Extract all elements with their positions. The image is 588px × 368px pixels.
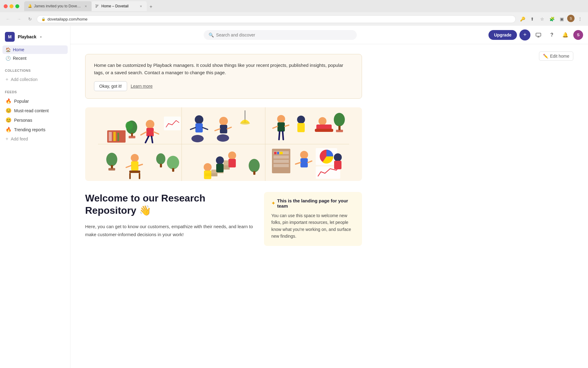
svg-rect-71 [253,171,255,175]
tab-home[interactable]: 🕊 Home – Dovetail ✕ [92,1,147,11]
sidebar-recent-label: Recent [13,56,26,61]
svg-rect-57 [160,164,162,167]
browser-chrome: 🔔 James invited you to Dovetail ✕ 🕊 Home… [0,0,588,26]
sidebar-nav: 🏠 Home 🕐 Recent [0,45,70,63]
feed-item-popular[interactable]: 🔥 Popular [2,96,68,106]
welcome-title: Welcome to our Research Repository 👋 [85,192,254,217]
key-icon[interactable]: 🔑 [518,15,527,23]
tab-home-title: Home – Dovetail [101,4,129,8]
right-panel: 🔍 Upgrade + ? [70,26,588,368]
svg-rect-88 [334,161,341,169]
search-input[interactable] [216,33,352,37]
bell-button[interactable]: 🔔 [560,29,571,40]
tab-home-favicon: 🕊 [95,4,100,8]
trending-label: Trending reports [14,127,45,132]
svg-point-20 [195,115,203,124]
svg-point-29 [217,134,229,142]
browser-titlebar: 🔔 James invited you to Dovetail ✕ 🕊 Home… [0,0,588,12]
info-banner-actions: Okay, got it! Learn more [94,81,353,91]
svg-rect-75 [273,160,289,163]
feed-item-trending[interactable]: 🔥 Trending reports [2,125,68,134]
workspace-avatar: M [5,32,15,42]
svg-point-68 [204,163,212,171]
svg-rect-39 [297,123,305,132]
tab-invite-favicon: 🔔 [28,4,32,8]
screen-icon [536,32,541,38]
svg-rect-53 [129,171,140,173]
profile-icon[interactable]: S [567,15,575,22]
add-button[interactable]: + [519,29,530,40]
popular-emoji: 🔥 [6,98,12,104]
svg-rect-14 [146,128,154,136]
address-text: dovetailapp.com/home [47,17,88,21]
svg-rect-0 [536,33,541,36]
extension-icon[interactable]: 🧩 [548,15,556,23]
svg-point-40 [318,117,326,125]
sidebar-item-recent[interactable]: 🕐 Recent [2,54,68,63]
upgrade-button[interactable]: Upgrade [488,30,517,40]
tab-home-close[interactable]: ✕ [139,4,143,8]
feed-item-personas[interactable]: 😊 Personas [2,115,68,125]
callout-title-text: This is the landing page for your team [277,198,355,209]
svg-line-37 [283,132,283,140]
maximize-dot[interactable] [15,4,19,8]
collections-label: Collections [5,69,31,72]
callout-title: ✦ This is the landing page for your team [271,198,355,209]
svg-rect-81 [300,158,308,167]
new-tab-button[interactable]: + [147,2,155,11]
add-collection-button[interactable]: + Add collection [2,75,68,84]
svg-rect-67 [216,164,224,172]
search-bar[interactable]: 🔍 [204,30,357,40]
okay-button[interactable]: Okay, got it! [94,81,127,91]
feeds-label: Feeds [5,90,17,94]
screen-share-button[interactable] [533,29,544,40]
workspace-dropdown-icon[interactable]: ▾ [40,35,42,39]
welcome-left: Welcome to our Research Repository 👋 Her… [85,192,254,238]
svg-rect-44 [338,126,341,130]
svg-rect-74 [273,155,289,159]
help-icon: ? [550,32,553,38]
svg-rect-76 [273,164,289,167]
share-icon[interactable]: ⬆ [528,15,537,23]
svg-rect-12 [129,136,135,138]
main-inner: ✏️ Edit home Home can be customized by P… [70,44,377,253]
feed-item-must-read[interactable]: 😊 Must-read content [2,106,68,115]
learn-more-button[interactable]: Learn more [131,81,153,91]
app-wrapper: 🔔 James invited you to Dovetail ✕ 🕊 Home… [0,0,588,368]
search-area: 🔍 [70,30,485,40]
user-avatar[interactable]: S [573,30,583,40]
collections-section: Collections [0,63,70,75]
svg-rect-45 [336,130,343,132]
svg-point-25 [219,117,228,125]
search-icon: 🔍 [209,33,214,37]
sidebar-toggle-icon[interactable]: ▣ [557,15,566,23]
help-button[interactable]: ? [546,29,557,40]
add-collection-label: Add collection [11,77,37,82]
sidebar-home-label: Home [13,47,24,52]
main-content: ✏️ Edit home Home can be customized by P… [70,44,588,368]
add-feed-button[interactable]: + Add feed [2,134,68,144]
add-feed-icon: + [6,136,8,142]
svg-point-31 [240,122,250,125]
svg-rect-77 [274,152,277,154]
nav-back-button[interactable]: ← [4,15,12,23]
bookmark-icon[interactable]: ☆ [538,15,546,23]
svg-line-36 [279,132,280,140]
minimize-dot[interactable] [9,4,13,8]
more-icon[interactable]: ⋮ [576,15,584,23]
close-dot[interactable] [4,4,8,8]
callout-text: You can use this space to welcome new fo… [271,212,355,240]
welcome-title-text: Welcome to our Research Repository 👋 [85,193,205,216]
svg-rect-6 [109,132,112,141]
edit-home-button[interactable]: ✏️ Edit home [539,52,573,61]
nav-reload-button[interactable]: ↻ [26,15,34,23]
tab-invite-close[interactable]: ✕ [84,4,88,8]
svg-rect-50 [131,161,138,171]
add-collection-icon: + [6,77,8,82]
sidebar-item-home[interactable]: 🏠 Home [2,45,68,54]
address-bar[interactable]: 🔒 dovetailapp.com/home [37,15,516,23]
must-read-label: Must-read content [14,108,49,113]
tab-invite[interactable]: 🔔 James invited you to Dovetail ✕ [24,1,92,11]
topbar-right: Upgrade + ? 🔔 S [488,29,583,40]
nav-forward-button[interactable]: → [15,15,23,23]
